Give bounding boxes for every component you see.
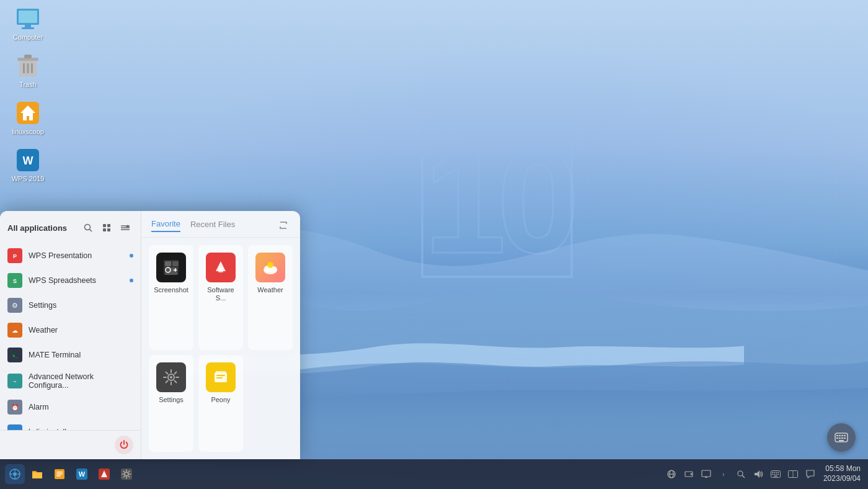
app-item-wps-spreadsheets[interactable]: S WPS Spreadsheets	[0, 268, 141, 293]
svg-rect-71	[839, 435, 841, 436]
taskbar-store-button[interactable]	[94, 464, 114, 484]
svg-rect-17	[107, 224, 110, 227]
taskbar-date: 2023/09/04	[823, 474, 861, 484]
tray-box-icon[interactable]	[786, 467, 800, 481]
svg-rect-77	[844, 437, 846, 439]
app-item-wps-presentation[interactable]: P WPS Presentation	[0, 243, 141, 268]
favorite-item-weather[interactable]: Weather	[248, 245, 293, 350]
settings-fav-label: Settings	[159, 396, 184, 404]
tray-volume-icon[interactable]	[751, 467, 765, 481]
favorite-item-settings[interactable]: Settings	[149, 355, 193, 452]
start-header-controls	[80, 220, 133, 236]
favorite-item-software[interactable]: Software S...	[198, 245, 243, 350]
tray-storage-icon[interactable]	[682, 467, 696, 481]
expand-button[interactable]	[277, 218, 290, 232]
svg-rect-2	[25, 25, 31, 27]
taskbar-clock[interactable]: 05:58 Mon 2023/09/04	[821, 464, 863, 483]
svg-text:>_: >_	[12, 354, 17, 358]
software-icon	[206, 253, 236, 282]
svg-rect-19	[107, 228, 110, 231]
svg-rect-70	[836, 435, 838, 436]
svg-text:⚙: ⚙	[12, 302, 18, 309]
app-item-network-config[interactable]: ~ Advanced Network Configura...	[0, 367, 141, 395]
taskbar-right: › 05:58 Mon 2023/09/04	[665, 464, 863, 483]
desktop-icon-linuxscoop[interactable]: linuxscoop	[6, 101, 50, 135]
svg-point-80	[13, 472, 17, 476]
screenshot-icon	[156, 253, 186, 282]
tray-chat-icon[interactable]	[804, 467, 817, 481]
taskbar-notes-button[interactable]	[50, 464, 69, 484]
app-dot-wps-spreadsheets	[130, 279, 133, 282]
svg-point-61	[267, 262, 273, 268]
tray-arrow-icon[interactable]: ›	[717, 467, 730, 481]
app-name-alarm: Alarm	[29, 403, 133, 411]
svg-rect-56	[218, 267, 223, 272]
start-menu: All applications	[0, 211, 300, 459]
tab-recent-files[interactable]: Recent Files	[190, 220, 235, 231]
svg-rect-112	[776, 474, 777, 475]
taskbar-files-button[interactable]	[27, 464, 47, 484]
wps-icon-label: WPS 2019	[12, 175, 45, 182]
start-menu-right-panel: Favorite Recent Files	[141, 211, 300, 459]
svg-rect-1	[19, 11, 37, 23]
linuxscoop-icon	[16, 101, 40, 125]
weather-icon	[255, 253, 285, 282]
start-view-button[interactable]	[99, 220, 115, 236]
weather-label: Weather	[257, 286, 283, 294]
app-name-settings: Settings	[29, 301, 133, 310]
app-dot-wps-presentation	[130, 254, 133, 258]
svg-text:↓: ↓	[13, 428, 17, 430]
app-item-mate-terminal[interactable]: >_ MATE Terminal	[0, 343, 141, 367]
favorite-item-peony[interactable]: Peony	[198, 355, 243, 452]
taskbar-settings-button[interactable]	[117, 464, 136, 484]
svg-rect-99	[702, 470, 711, 477]
app-name-weather: Weather	[29, 326, 133, 334]
software-label: Software S...	[203, 286, 238, 302]
svg-rect-54	[174, 270, 177, 271]
tray-network-icon[interactable]	[665, 467, 678, 481]
app-list: P WPS Presentation S WPS Spreadsheets ⚙ …	[0, 242, 141, 430]
desktop-icon-trash[interactable]: Trash	[6, 53, 50, 88]
svg-rect-68	[216, 377, 223, 379]
tray-keyboard-icon[interactable]	[769, 467, 782, 481]
wps-icon: W	[16, 148, 40, 173]
tab-favorite[interactable]: Favorite	[151, 219, 180, 232]
app-item-settings[interactable]: ⚙ Settings	[0, 293, 141, 318]
app-icon-kylin-installer: ↓	[7, 424, 22, 430]
trash-icon	[16, 53, 40, 78]
svg-rect-50	[172, 261, 179, 266]
start-menu-tabs: Favorite Recent Files	[141, 211, 300, 238]
taskbar: W ›	[0, 459, 868, 489]
svg-rect-107	[774, 472, 775, 473]
app-item-weather[interactable]: ☁ Weather	[0, 318, 141, 343]
svg-line-103	[742, 475, 745, 478]
app-item-alarm[interactable]: ⏰ Alarm	[0, 395, 141, 419]
start-menu-footer	[0, 430, 141, 459]
taskbar-time: 05:58 Mon	[823, 464, 861, 474]
tray-search-icon[interactable]	[734, 467, 748, 481]
svg-rect-67	[216, 375, 225, 376]
computer-icon-label: Computer	[13, 34, 43, 41]
desktop-icon-computer[interactable]: Computer	[6, 6, 50, 41]
power-button[interactable]	[115, 436, 133, 454]
app-icon-wps-spreadsheets: S	[7, 273, 22, 288]
taskbar-wps-button[interactable]: W	[72, 464, 92, 484]
svg-marker-104	[755, 470, 760, 478]
app-icon-network-config: ~	[7, 374, 22, 388]
app-icon-mate-terminal: >_	[7, 348, 22, 362]
svg-rect-7	[23, 63, 25, 73]
taskbar-menu-button[interactable]	[5, 464, 25, 484]
desktop-icons: Computer Trash linuxscoop	[6, 6, 50, 182]
tray-screen-icon[interactable]	[699, 467, 713, 481]
svg-rect-3	[22, 27, 34, 29]
favorite-item-screenshot[interactable]: Screenshot	[149, 245, 193, 350]
svg-point-64	[170, 376, 172, 379]
keyboard-button[interactable]	[827, 423, 856, 452]
desktop-icon-wps[interactable]: W WPS 2019	[6, 148, 50, 182]
taskbar-left: W	[5, 464, 136, 484]
svg-rect-18	[103, 228, 106, 231]
start-search-button[interactable]	[80, 220, 96, 236]
peony-label: Peony	[211, 396, 230, 404]
start-sort-button[interactable]	[117, 220, 133, 236]
app-item-kylin-installer[interactable]: ↓ kylin-installer	[0, 419, 141, 430]
